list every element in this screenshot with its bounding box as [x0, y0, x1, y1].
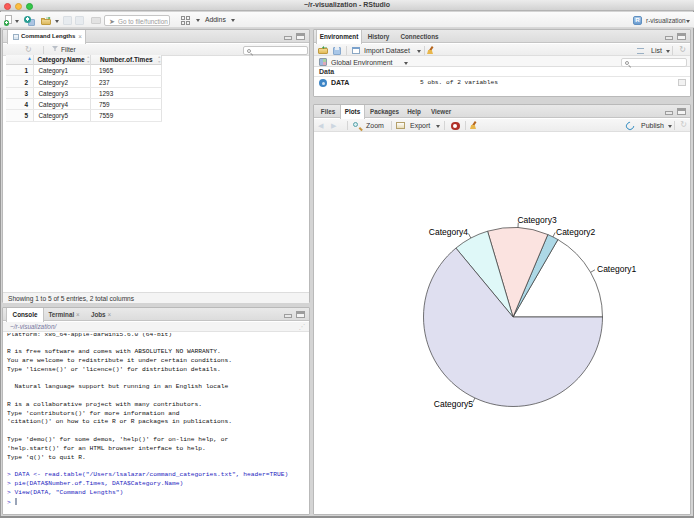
svg-text:Category1: Category1 [597, 264, 636, 274]
svg-text:Category2: Category2 [556, 227, 595, 237]
svg-text:Category4: Category4 [429, 227, 468, 237]
svg-text:Category5: Category5 [434, 399, 473, 409]
svg-text:Category3: Category3 [517, 215, 556, 225]
